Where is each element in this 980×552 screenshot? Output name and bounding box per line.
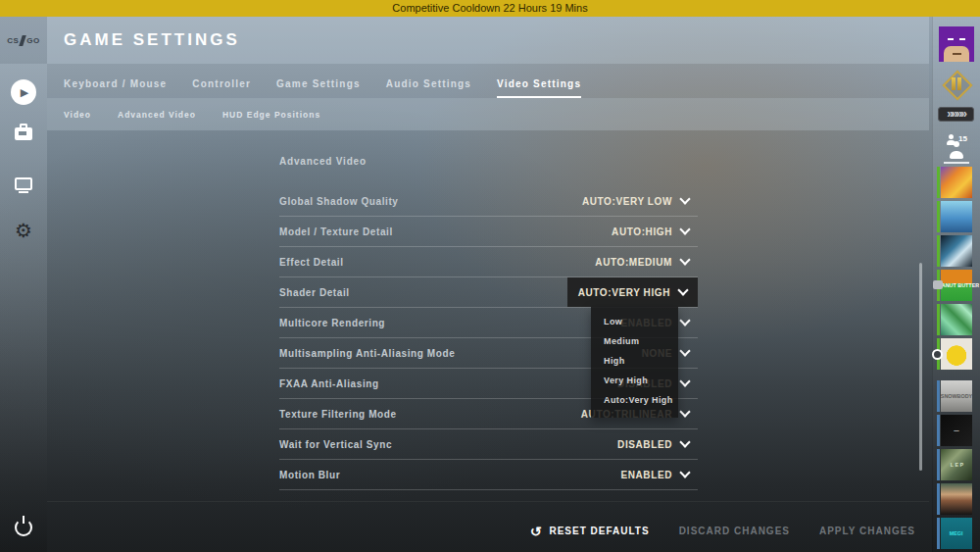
settings-tab[interactable]: Game Settings <box>276 78 361 98</box>
setting-row: Shader Detail AUTO:VERY HIGH <box>279 277 698 308</box>
setting-dropdown[interactable]: ENABLED <box>612 460 698 489</box>
video-subtab[interactable]: HUD Edge Positions <box>222 110 320 120</box>
reset-icon: ↺ <box>530 527 543 536</box>
chevron-down-icon <box>679 254 690 265</box>
dropdown-option[interactable]: Medium <box>591 331 678 351</box>
setting-dropdown[interactable]: DISABLED <box>609 429 698 459</box>
play-button[interactable]: ▶ <box>0 79 47 105</box>
friend-avatar-image: MEGI <box>941 518 972 549</box>
discard-changes-button[interactable]: DISCARD CHANGES <box>679 526 790 536</box>
friend-avatar[interactable] <box>933 167 980 198</box>
skill-group-bars-icon <box>933 77 980 91</box>
setting-dropdown[interactable]: AUTO:HIGH <box>603 217 698 246</box>
chevron-down-icon <box>679 315 690 326</box>
apply-changes-button[interactable]: APPLY CHANGES <box>819 526 915 536</box>
status-indicator <box>937 415 940 446</box>
chevron-down-icon <box>679 406 690 417</box>
settings-tab[interactable]: Keyboard / Mouse <box>64 78 167 98</box>
friend-avatar[interactable]: MEGI <box>933 518 980 549</box>
setting-value: ENABLED <box>620 470 672 480</box>
setting-row: Wait for Vertical Sync DISABLED <box>279 429 698 460</box>
friend-avatar-image: L E P <box>941 449 972 480</box>
xp-rank-badge: »»»» <box>938 107 974 122</box>
avatar-label: — <box>954 427 958 432</box>
dropdown-option[interactable]: High <box>591 351 678 371</box>
setting-dropdown[interactable]: AUTO:MEDIUM <box>586 247 698 276</box>
reset-defaults-button[interactable]: ↺ RESET DEFAULTS <box>530 526 650 536</box>
setting-label: Global Shadow Quality <box>279 196 399 207</box>
scrollbar-thumb[interactable] <box>919 263 922 471</box>
chat-badge-icon <box>933 280 943 289</box>
setting-value: AUTO:VERY HIGH <box>578 287 670 298</box>
friend-avatar-image <box>941 235 972 267</box>
status-indicator <box>937 201 940 232</box>
friend-avatar[interactable]: SNOWBODY <box>933 380 980 412</box>
chevron-down-icon <box>679 193 690 204</box>
status-indicator <box>937 449 940 480</box>
watch-button[interactable] <box>0 177 47 190</box>
setting-row: Model / Texture Detail AUTO:HIGH <box>279 217 698 247</box>
csgo-logo: CSGO <box>0 17 47 64</box>
logo-cs: CS <box>7 36 19 45</box>
setting-value: DISABLED <box>617 439 672 450</box>
header-bar: GAME SETTINGS <box>47 17 929 64</box>
setting-label: Texture Filtering Mode <box>279 409 397 420</box>
video-subtab[interactable]: Video <box>64 110 91 120</box>
inventory-button[interactable] <box>0 127 47 140</box>
friend-avatar-image <box>941 304 972 335</box>
friend-avatar[interactable] <box>933 338 980 370</box>
setting-dropdown[interactable]: AUTO:VERY LOW <box>573 186 698 216</box>
friend-avatar-image <box>941 483 972 515</box>
settings-tab[interactable]: Audio Settings <box>386 78 471 98</box>
video-subtab[interactable]: Advanced Video <box>118 110 196 120</box>
setting-dropdown[interactable]: AUTO:VERY HIGH <box>567 277 698 307</box>
friend-avatar-image <box>941 338 972 370</box>
logo-soldier-icon <box>20 35 27 46</box>
settings-button[interactable]: ⚙ <box>0 219 47 242</box>
gear-icon: ⚙ <box>15 219 32 242</box>
settings-tab[interactable]: Video Settings <box>497 78 581 98</box>
play-icon: ▶ <box>21 86 28 99</box>
quit-button[interactable] <box>0 519 47 536</box>
friend-avatar[interactable] <box>933 201 980 232</box>
setting-label: FXAA Anti-Aliasing <box>279 378 379 389</box>
dropdown-option[interactable]: Auto:Very High <box>591 390 678 410</box>
left-sidebar: CSGO ▶ ⚙ <box>0 17 47 552</box>
footer-divider <box>47 501 929 502</box>
tv-icon <box>15 177 32 190</box>
friend-avatar[interactable] <box>933 304 980 335</box>
chevron-down-icon <box>679 345 690 356</box>
status-indicator <box>937 167 940 198</box>
player-avatar[interactable] <box>939 26 974 62</box>
xp-chevrons-icon: »»»» <box>947 107 965 121</box>
shader-detail-dropdown-menu: Low Medium High Very High Auto:Very High <box>591 307 678 418</box>
chevron-down-icon <box>679 224 690 234</box>
section-title: Advanced Video <box>279 156 367 167</box>
friend-avatar[interactable] <box>933 235 980 267</box>
friend-avatar-image: SNOWBODY <box>941 380 972 412</box>
status-indicator <box>937 483 940 515</box>
friend-avatar[interactable]: L E P <box>933 449 980 480</box>
friend-avatar[interactable]: PEANUT BUTTER <box>933 270 980 301</box>
setting-label: Multicore Rendering <box>279 318 385 328</box>
dropdown-option[interactable]: Low <box>591 312 678 331</box>
status-indicator <box>937 380 940 412</box>
friend-avatar[interactable]: — <box>933 415 980 446</box>
friend-avatar[interactable] <box>933 483 980 515</box>
main-panel: GAME SETTINGS Keyboard / Mouse Controlle… <box>47 17 929 552</box>
video-subtab-bar: Video Advanced Video HUD Edge Positions <box>47 98 929 130</box>
status-indicator <box>937 304 940 335</box>
reset-defaults-label: RESET DEFAULTS <box>549 526 649 536</box>
setting-row: Effect Detail AUTO:MEDIUM <box>279 247 698 277</box>
avatar-label: SNOWBODY <box>941 393 972 398</box>
dropdown-option[interactable]: Very High <box>591 371 678 390</box>
setting-value: AUTO:MEDIUM <box>595 257 672 268</box>
friend-avatar-image: PEANUT BUTTER <box>941 270 972 301</box>
setting-label: Model / Texture Detail <box>279 226 393 237</box>
settings-tab[interactable]: Controller <box>192 78 251 98</box>
setting-label: Motion Blur <box>279 470 340 480</box>
power-icon <box>15 519 32 536</box>
chevron-down-icon <box>679 436 690 447</box>
right-sidebar: »»»» 15 <box>932 17 980 552</box>
setting-row: Motion Blur ENABLED <box>279 460 698 490</box>
